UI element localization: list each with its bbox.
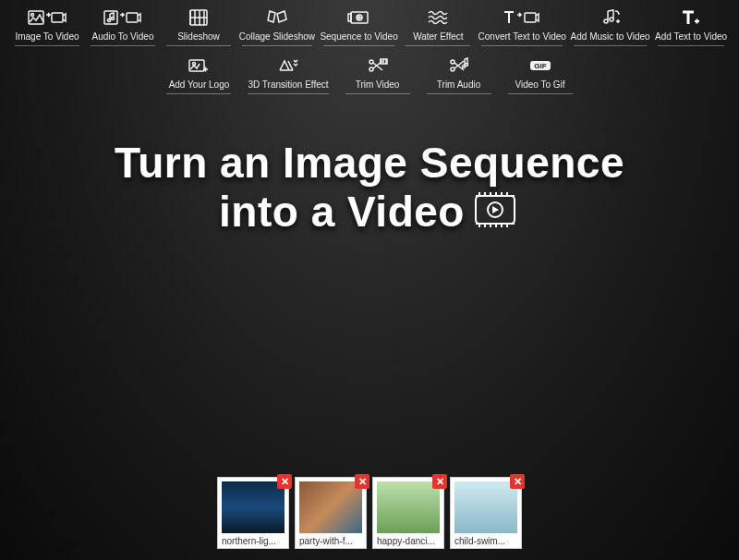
svg-rect-6 <box>127 13 138 22</box>
add-logo-icon <box>188 54 210 78</box>
hero-line-2: into a Video <box>219 188 465 236</box>
remove-thumbnail-button[interactable]: ✕ <box>355 474 370 489</box>
tool-label: Slideshow <box>177 31 220 42</box>
thumbnail-strip: ✕ northern-lig... ✕ party-with-f... ✕ ha… <box>217 477 522 549</box>
svg-rect-9 <box>348 14 351 21</box>
svg-point-16 <box>370 67 373 71</box>
tool-sequence-to-video[interactable]: Sequence to Video <box>323 6 395 46</box>
tool-image-to-video[interactable]: Image To Video <box>15 6 79 46</box>
tool-trim-video[interactable]: Trim Video <box>345 54 410 94</box>
tool-label: Trim Audio <box>437 79 480 90</box>
thumbnail-image <box>222 481 285 533</box>
add-text-icon <box>681 6 701 30</box>
svg-point-20 <box>451 60 454 64</box>
tool-label: Add Music to Video <box>571 31 650 42</box>
svg-text:GIF: GIF <box>534 62 546 70</box>
thumbnail-caption: child-swim... <box>454 536 517 546</box>
thumbnail-item[interactable]: ✕ happy-danci... <box>372 477 444 549</box>
tool-label: Trim Video <box>356 79 400 90</box>
toolbar-row-2: Add Your Logo 3D Transition Effect Trim … <box>0 48 739 94</box>
transition-icon <box>277 54 299 78</box>
image-to-video-icon <box>28 6 67 30</box>
svg-point-5 <box>112 18 115 20</box>
hero: Turn an Image Sequence into a Video <box>0 139 739 239</box>
thumbnail-image <box>377 481 440 533</box>
audio-to-video-icon <box>103 6 142 30</box>
tool-label: Add Your Logo <box>169 79 230 90</box>
water-icon <box>428 6 448 30</box>
trim-audio-icon <box>448 54 470 78</box>
svg-point-13 <box>610 18 613 21</box>
tool-collage-slideshow[interactable]: Collage Slideshow <box>242 6 312 46</box>
tool-audio-to-video[interactable]: Audio To Video <box>91 6 155 46</box>
tool-trim-audio[interactable]: Trim Audio <box>427 54 491 94</box>
tool-label: Audio To Video <box>92 31 154 42</box>
thumbnail-caption: party-with-f... <box>299 536 362 546</box>
svg-point-4 <box>108 19 111 22</box>
svg-point-19 <box>451 67 454 71</box>
gif-icon: GIF <box>528 54 552 78</box>
add-music-icon <box>600 6 622 30</box>
tool-label: Add Text to Video <box>655 31 727 42</box>
svg-rect-2 <box>52 13 63 22</box>
thumbnail-caption: northern-lig... <box>222 536 285 546</box>
sequence-icon <box>347 6 371 30</box>
remove-thumbnail-button[interactable]: ✕ <box>432 474 447 489</box>
tool-label: 3D Transition Effect <box>248 79 328 90</box>
tool-label: Image To Video <box>15 31 79 42</box>
tool-label: Sequence to Video <box>320 31 397 42</box>
trim-video-icon <box>367 54 389 78</box>
svg-point-12 <box>604 19 608 23</box>
svg-point-22 <box>465 64 467 67</box>
tool-add-text[interactable]: Add Text to Video <box>658 6 724 46</box>
svg-rect-14 <box>189 60 204 71</box>
thumbnail-image <box>299 481 362 533</box>
tool-3d-transition[interactable]: 3D Transition Effect <box>248 54 328 94</box>
svg-point-1 <box>31 14 34 17</box>
hero-line-1: Turn an Image Sequence <box>115 139 624 187</box>
remove-thumbnail-button[interactable]: ✕ <box>510 474 525 489</box>
remove-thumbnail-button[interactable]: ✕ <box>277 474 292 489</box>
collage-icon <box>266 6 288 30</box>
svg-rect-11 <box>525 13 536 22</box>
tool-video-to-gif[interactable]: GIF Video To Gif <box>508 54 573 94</box>
thumbnail-item[interactable]: ✕ child-swim... <box>450 477 522 549</box>
thumbnail-item[interactable]: ✕ party-with-f... <box>295 477 367 549</box>
text-to-video-icon <box>503 6 541 30</box>
tool-add-logo[interactable]: Add Your Logo <box>166 54 231 94</box>
slideshow-icon <box>188 6 209 30</box>
thumbnail-caption: happy-danci... <box>377 536 440 546</box>
tool-add-music[interactable]: Add Music to Video <box>574 6 647 46</box>
thumbnail-item[interactable]: ✕ northern-lig... <box>217 477 289 549</box>
hero-title: Turn an Image Sequence into a Video <box>115 139 624 239</box>
tool-slideshow[interactable]: Slideshow <box>166 6 231 46</box>
tool-label: Convert Text to Video <box>479 31 566 42</box>
toolbar-row-1: Image To Video Audio To Video Slideshow … <box>0 0 739 46</box>
tool-text-to-video[interactable]: Convert Text to Video <box>481 6 563 46</box>
svg-point-17 <box>370 60 373 64</box>
thumbnail-image <box>454 481 517 533</box>
tool-label: Collage Slideshow <box>239 31 315 42</box>
film-reel-icon <box>470 190 520 239</box>
tool-label: Video To Gif <box>515 79 564 90</box>
tool-label: Water Effect <box>413 31 463 42</box>
tool-water-effect[interactable]: Water Effect <box>406 6 470 46</box>
